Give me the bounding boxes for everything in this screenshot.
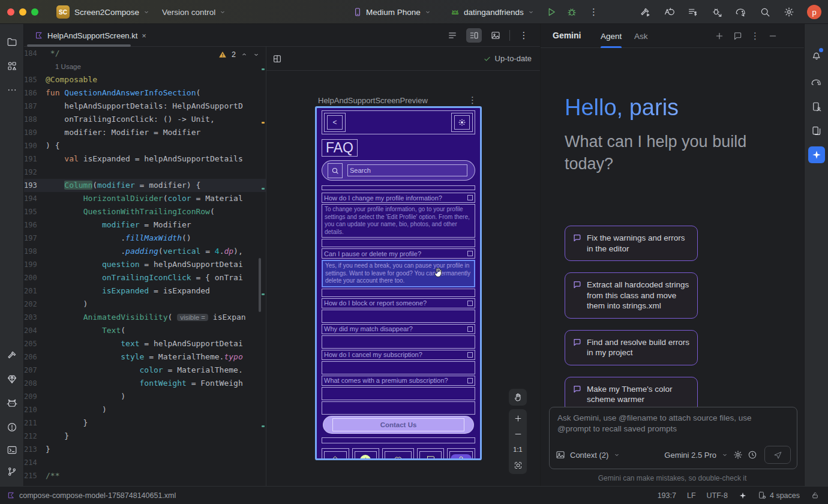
nav-item-for-you[interactable]: ★For You <box>352 448 380 459</box>
faq-question[interactable]: Can I pause or delete my profile? <box>322 248 475 259</box>
notifications-icon[interactable] <box>808 47 825 64</box>
app-quality-insights-icon[interactable] <box>4 371 20 388</box>
preview-options-icon[interactable]: ⋮ <box>468 95 477 106</box>
zoom-window-button[interactable] <box>31 8 38 16</box>
chat-history-icon[interactable] <box>733 31 742 41</box>
build-icon[interactable] <box>640 7 650 17</box>
gradle-sync-icon[interactable] <box>736 7 746 17</box>
file-encoding[interactable]: UTF-8 <box>707 491 728 500</box>
faq-question[interactable]: How do I cancel my subscription? <box>322 350 475 360</box>
user-avatar[interactable]: p <box>807 5 821 19</box>
search-bar[interactable]: Search <box>322 160 475 181</box>
attach-debugger-icon[interactable] <box>712 7 722 17</box>
prompt-history-icon[interactable] <box>748 450 757 460</box>
nav-item-chat[interactable]: Chat <box>417 448 445 459</box>
attach-image-icon[interactable] <box>556 450 565 460</box>
suggestion-card[interactable]: Fix the warnings and errors in the edito… <box>565 226 698 261</box>
usage-hint[interactable]: 1 Usage <box>24 60 266 73</box>
zoom-in-button[interactable] <box>509 410 527 426</box>
caret-position[interactable]: 193:7 <box>658 491 676 500</box>
profiler-icon[interactable] <box>688 7 698 17</box>
suggestion-card[interactable]: Find and resolve build errors in my proj… <box>565 330 698 365</box>
zoom-fit-button[interactable] <box>509 457 527 473</box>
expand-checkbox[interactable] <box>467 352 473 358</box>
hide-panel-icon[interactable] <box>768 31 778 41</box>
preview-status-chip[interactable]: Up-to-date <box>483 54 532 63</box>
project-tool-icon[interactable] <box>4 34 20 50</box>
contact-us-button[interactable]: Contact Us <box>323 416 474 434</box>
more-run-options-icon[interactable]: ⋮ <box>589 7 598 17</box>
faq-question[interactable]: How do I block or report someone? <box>322 298 475 308</box>
gemini-tool-icon[interactable] <box>808 146 825 163</box>
settings-icon[interactable] <box>784 7 794 17</box>
nav-item-home[interactable]: Home <box>322 448 349 459</box>
pan-tool-button[interactable] <box>509 389 527 406</box>
expand-checkbox[interactable] <box>467 326 473 332</box>
nav-item-account[interactable]: Account <box>447 448 475 459</box>
running-devices-icon[interactable] <box>808 122 825 139</box>
phone-preview[interactable]: < FAQ Search How do I change my profile … <box>317 108 480 458</box>
context-selector[interactable]: Context (2) <box>570 451 608 460</box>
build-tool-icon[interactable] <box>4 347 20 364</box>
gemini-prompt-input[interactable]: Ask Gemini, use @filename to attach sour… <box>549 407 797 469</box>
logcat-tool-icon[interactable] <box>4 395 20 412</box>
minimize-window-button[interactable] <box>19 8 26 16</box>
preview-layout-icon[interactable] <box>272 54 282 64</box>
device-manager-icon[interactable] <box>808 98 825 115</box>
version-control-tool-icon[interactable] <box>4 463 20 480</box>
expand-checkbox[interactable] <box>467 301 473 306</box>
tab-ask[interactable]: Ask <box>634 24 648 48</box>
file-lock-icon[interactable] <box>811 491 820 500</box>
breadcrumb-file[interactable]: compose-compose-model-1758748140651.xml <box>0 491 176 500</box>
next-issue-icon[interactable] <box>253 51 260 58</box>
ai-actions-icon[interactable] <box>664 7 674 17</box>
expand-checkbox[interactable] <box>467 195 473 200</box>
nav-item-likes-you[interactable]: Likes You <box>382 448 413 459</box>
editor-scrollbar[interactable] <box>259 258 261 312</box>
search-everywhere-icon[interactable] <box>760 7 770 17</box>
tab-agent[interactable]: Agent <box>601 24 622 48</box>
code-view-button[interactable] <box>445 28 460 43</box>
preview-title[interactable]: HelpAndSupportScreenPreview <box>318 96 428 105</box>
problems-tool-icon[interactable] <box>4 419 20 436</box>
design-view-button[interactable] <box>488 28 503 43</box>
more-tool-windows-icon[interactable] <box>4 82 20 98</box>
expand-checkbox[interactable] <box>467 251 473 256</box>
terminal-tool-icon[interactable] <box>4 442 20 458</box>
split-view-button[interactable] <box>466 28 482 43</box>
code-editor[interactable]: 184 */1 Usage185@Composable186fun Questi… <box>24 47 266 486</box>
run-button[interactable] <box>546 7 557 17</box>
resource-manager-icon[interactable] <box>4 58 20 74</box>
version-control-menu[interactable]: Version control <box>162 0 226 24</box>
close-tab-icon[interactable]: × <box>142 31 146 40</box>
debug-button[interactable] <box>566 7 577 17</box>
faq-question[interactable]: What comes with a premium subscription? <box>322 376 475 386</box>
line-separator[interactable]: LF <box>687 491 696 500</box>
project-selector[interactable]: Screen2Compose <box>74 0 150 24</box>
close-window-button[interactable] <box>7 8 14 16</box>
gemini-status-icon[interactable] <box>739 491 747 500</box>
suggestion-card[interactable]: Extract all hardcoded strings from this … <box>565 272 698 319</box>
editor-options-icon[interactable]: ⋮ <box>516 28 532 43</box>
model-selector[interactable]: Gemini 2.5 Pro <box>664 451 716 460</box>
gemini-settings-icon[interactable] <box>733 450 743 460</box>
faq-question[interactable]: Why did my match disappear? <box>322 324 475 334</box>
new-chat-icon[interactable] <box>715 31 724 41</box>
back-button[interactable]: < <box>324 113 346 132</box>
zoom-actual-button[interactable]: 1:1 <box>509 442 527 457</box>
faq-question[interactable]: How do I change my profile information? <box>322 193 475 203</box>
tab-helpandsupportscreen[interactable]: HelpAndSupportScreen.kt × <box>29 24 152 47</box>
indent-config[interactable]: 4 spaces <box>758 491 800 500</box>
send-button[interactable] <box>764 446 791 464</box>
panel-options-icon[interactable]: ⋮ <box>751 31 760 41</box>
search-input[interactable]: Search <box>347 164 467 176</box>
device-selector[interactable]: Medium Phone <box>353 0 431 24</box>
settings-button[interactable] <box>451 113 473 132</box>
gradle-tool-icon[interactable] <box>808 74 825 91</box>
expand-checkbox[interactable] <box>467 378 473 383</box>
inspection-widget[interactable]: 2 <box>218 50 260 59</box>
code-line: 197 .fillMaxWidth() <box>24 232 266 245</box>
prev-issue-icon[interactable] <box>241 51 248 58</box>
zoom-out-button[interactable] <box>509 426 527 442</box>
git-branch-selector[interactable]: datingandfriends <box>450 0 535 24</box>
